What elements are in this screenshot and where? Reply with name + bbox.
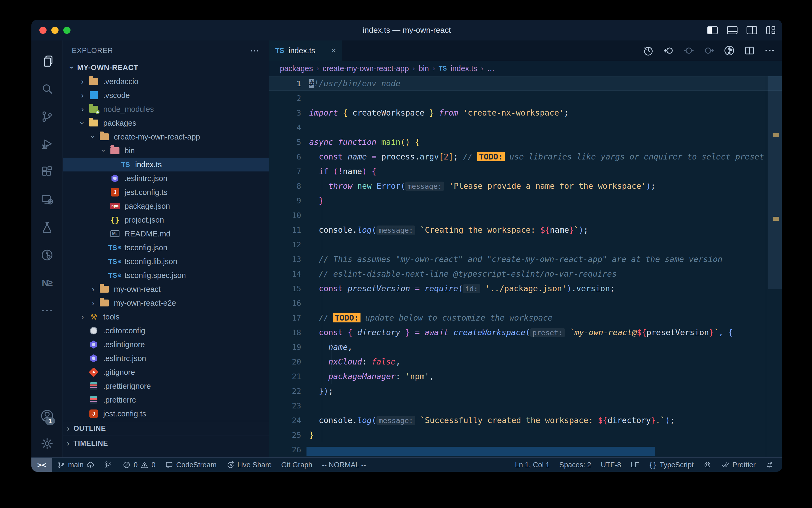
- line-number[interactable]: 20: [269, 357, 309, 366]
- line-number[interactable]: 15: [269, 284, 309, 293]
- chevron-right-icon[interactable]: ›: [77, 104, 88, 114]
- code-line-9[interactable]: 9 }: [269, 193, 782, 208]
- code-line-4[interactable]: 4: [269, 120, 782, 135]
- line-number[interactable]: 25: [269, 430, 309, 439]
- line-number[interactable]: 26: [269, 445, 309, 454]
- line-number[interactable]: 9: [269, 196, 309, 205]
- status-language-mode[interactable]: {}TypeScript: [644, 458, 699, 472]
- project-root-row[interactable]: ›MY-OWN-REACT: [63, 61, 269, 75]
- line-number[interactable]: 17: [269, 313, 309, 323]
- chevron-right-icon[interactable]: ›: [88, 298, 98, 307]
- code-line-1[interactable]: 1#!/usr/bin/env node: [269, 76, 782, 91]
- chevron-down-icon[interactable]: ›: [89, 131, 98, 142]
- status-encoding[interactable]: UTF-8: [596, 458, 626, 472]
- code-line-3[interactable]: 3import { createWorkspace } from 'create…: [269, 105, 782, 120]
- tree-item-tools[interactable]: ›⚒tools: [63, 310, 269, 324]
- activity-search-icon[interactable]: [39, 75, 56, 103]
- line-number[interactable]: 16: [269, 299, 309, 308]
- breadcrumb-item[interactable]: packages: [280, 64, 313, 73]
- tree-item--prettierrc[interactable]: .prettierrc: [63, 393, 269, 407]
- chevron-right-icon[interactable]: ›: [77, 91, 88, 100]
- tree-item-my-own-react-e2e[interactable]: ›my-own-react-e2e: [63, 296, 269, 310]
- code-line-8[interactable]: 8 throw new Error(message: 'Please provi…: [269, 179, 782, 193]
- status-feedback-smiley[interactable]: [699, 458, 716, 472]
- breadcrumb-item[interactable]: create-my-own-react-app: [323, 64, 409, 73]
- tree-item-readme-md[interactable]: M↓README.md: [63, 227, 269, 241]
- tree-item-package-json[interactable]: npmpackage.json: [63, 199, 269, 213]
- line-number[interactable]: 12: [269, 240, 309, 249]
- tab-index-ts[interactable]: TS index.ts ×: [269, 40, 342, 61]
- status-live-share[interactable]: Live Share: [221, 458, 277, 472]
- line-number[interactable]: 8: [269, 181, 309, 190]
- breadcrumb-item[interactable]: bin: [419, 64, 429, 73]
- status-git-graph-view[interactable]: Git Graph: [277, 458, 317, 472]
- line-number[interactable]: 14: [269, 269, 309, 279]
- chevron-right-icon[interactable]: ›: [77, 312, 88, 321]
- activity-nx-console-icon[interactable]: N≥: [39, 269, 56, 297]
- navigate-forward-icon[interactable]: [703, 44, 715, 57]
- code-line-24[interactable]: 24 console.log(message: `Successfully cr…: [269, 413, 782, 428]
- sidebar-section-timeline[interactable]: ›TIMELINE: [63, 435, 269, 451]
- sidebar-more-actions-icon[interactable]: ⋯: [250, 45, 260, 56]
- chevron-down-icon[interactable]: ›: [78, 118, 87, 128]
- breadcrumb-item[interactable]: index.ts: [451, 64, 477, 73]
- line-number[interactable]: 19: [269, 343, 309, 352]
- code-line-21[interactable]: 21 packageManager: 'npm',: [269, 369, 782, 384]
- tree-item--gitignore[interactable]: .gitignore: [63, 365, 269, 379]
- tree-item-tsconfig-lib-json[interactable]: TS⚙tsconfig.lib.json: [63, 255, 269, 268]
- open-changes-icon[interactable]: [723, 44, 735, 57]
- toggle-primary-sidebar-icon[interactable]: [707, 26, 718, 34]
- code-line-11[interactable]: 11 console.log(message: `Creating the wo…: [269, 222, 782, 237]
- navigate-node-icon[interactable]: [683, 44, 695, 57]
- vertical-scrollbar[interactable]: [768, 76, 782, 289]
- tree-item-tsconfig-json[interactable]: TS⚙tsconfig.json: [63, 241, 269, 255]
- activity-accounts-icon[interactable]: 1: [39, 402, 56, 430]
- tree-item-bin[interactable]: ›bin: [63, 144, 269, 158]
- status-prettier[interactable]: Prettier: [716, 458, 760, 472]
- line-number[interactable]: 5: [269, 138, 309, 147]
- code-line-7[interactable]: 7 if (!name) {: [269, 164, 782, 179]
- tree-item--eslintrc-json[interactable]: .eslintrc.json: [63, 351, 269, 365]
- line-number[interactable]: 3: [269, 109, 309, 117]
- status-git-graph-button[interactable]: [99, 458, 117, 472]
- code-line-12[interactable]: 12: [269, 237, 782, 252]
- line-number[interactable]: 13: [269, 255, 309, 264]
- status-indentation[interactable]: Spaces: 2: [555, 458, 596, 472]
- tree-item--eslintignore[interactable]: .eslintignore: [63, 338, 269, 351]
- code-line-23[interactable]: 23: [269, 398, 782, 413]
- code-line-10[interactable]: 10: [269, 208, 782, 222]
- horizontal-scrollbar[interactable]: [306, 447, 655, 456]
- tree-item--vscode[interactable]: ›.vscode: [63, 88, 269, 102]
- split-editor-icon[interactable]: [744, 44, 756, 57]
- code-line-13[interactable]: 13 // This assumes "my-own-react" and "c…: [269, 252, 782, 266]
- tree-item-project-json[interactable]: {}project.json: [63, 213, 269, 227]
- code-line-20[interactable]: 20 nxCloud: false,: [269, 354, 782, 369]
- code-line-22[interactable]: 22 });: [269, 384, 782, 398]
- activity-more-views-icon[interactable]: [39, 297, 56, 324]
- tree-item-jest-config-ts[interactable]: Jjest.config.ts: [63, 407, 269, 421]
- chevron-down-icon[interactable]: ›: [99, 145, 108, 156]
- code-line-14[interactable]: 14 // eslint-disable-next-line @typescri…: [269, 266, 782, 281]
- more-actions-icon[interactable]: [764, 44, 776, 57]
- status-notifications-bell[interactable]: [760, 458, 778, 472]
- tree-item--prettierignore[interactable]: .prettierignore: [63, 379, 269, 393]
- tree-item-my-own-react[interactable]: ›my-own-react: [63, 282, 269, 296]
- status-codestream[interactable]: CodeStream: [160, 458, 221, 472]
- code-line-16[interactable]: 16: [269, 296, 782, 310]
- status-eol-sequence[interactable]: LF: [626, 458, 644, 472]
- code-line-19[interactable]: 19 name,: [269, 340, 782, 354]
- chevron-right-icon[interactable]: ›: [77, 77, 88, 86]
- chevron-down-icon[interactable]: ›: [67, 62, 76, 73]
- tree-item--editorconfig[interactable]: .editorconfig: [63, 324, 269, 338]
- code-line-17[interactable]: 17 // TODO: update below to customize th…: [269, 310, 782, 325]
- sidebar-section-outline[interactable]: ›OUTLINE: [63, 421, 269, 435]
- line-number[interactable]: 22: [269, 387, 309, 396]
- breadcrumb-item[interactable]: …: [487, 64, 494, 73]
- close-tab-icon[interactable]: ×: [331, 46, 336, 56]
- code-line-5[interactable]: 5async function main() {: [269, 135, 782, 150]
- line-number[interactable]: 23: [269, 401, 309, 410]
- status-vim-mode[interactable]: -- NORMAL --: [317, 458, 371, 472]
- line-number[interactable]: 2: [269, 94, 309, 103]
- line-number[interactable]: 10: [269, 211, 309, 220]
- tree-item-node-modules[interactable]: ›JSnode_modules: [63, 102, 269, 116]
